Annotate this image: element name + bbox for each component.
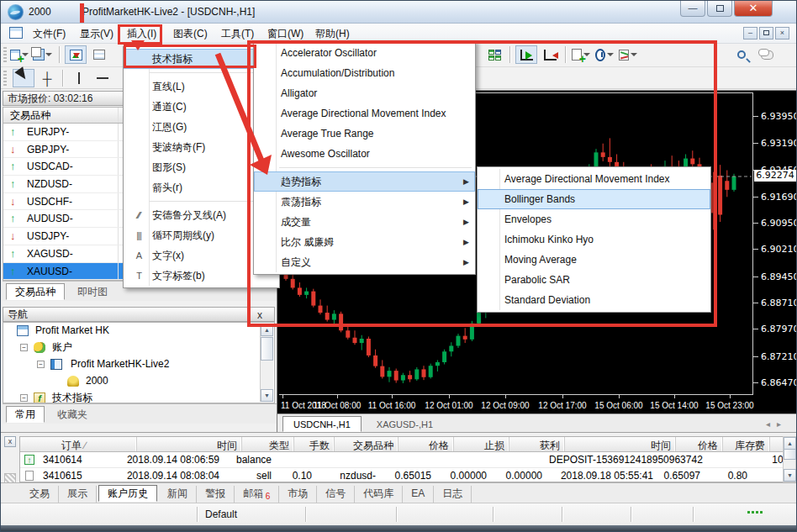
menu-item-趋势指标[interactable]: 趋势指标▶ (254, 171, 475, 192)
history-row[interactable]: ↑34106142018.09.14 08:06:59balanceDEPOSI… (20, 452, 787, 468)
chart-tab-USDCNH-,H1[interactable]: USDCNH-,H1 (282, 416, 362, 432)
data-window-button[interactable] (88, 45, 110, 64)
market-watch-tab-交易品种[interactable]: 交易品种 (6, 283, 65, 300)
dropdown-caret-icon[interactable] (607, 53, 614, 56)
menu-图表(C)[interactable]: 图表(C) (170, 26, 211, 41)
menu-item-震荡指标[interactable]: 震荡指标▶ (254, 192, 475, 212)
navigator-scrollbar[interactable]: ▲ ▼ (260, 324, 273, 402)
menu-工具(T)[interactable]: 工具(T) (218, 26, 257, 41)
indicators-button[interactable] (618, 45, 640, 64)
menu-item-Accelerator Oscillator[interactable]: Accelerator Oscillator (254, 43, 475, 63)
terminal-tab-日志[interactable]: 日志 (434, 486, 472, 503)
column-header-止损[interactable]: 止损 (454, 437, 509, 451)
menu-item-Parabolic SAR[interactable]: Parabolic SAR (478, 270, 710, 290)
menu-item-Average Directional Movement Index[interactable]: Average Directional Movement Index (478, 169, 710, 189)
tree-item-Profit MarketHK-Live2[interactable]: −Profit MarketHK-Live2 (3, 356, 274, 373)
chat-button[interactable] (754, 45, 776, 64)
mdi-close-button[interactable]: × (775, 27, 789, 40)
navigator-tab-常用[interactable]: 常用 (6, 406, 45, 423)
dropdown-caret-icon[interactable] (45, 53, 52, 56)
expander-icon[interactable]: − (20, 394, 28, 402)
menu-文件(F)[interactable]: 文件(F) (29, 26, 69, 41)
time-axis[interactable]: 11 Oct 201811 Oct 08:0011 Oct 16:0012 Oc… (279, 395, 796, 413)
menu-帮助(H)[interactable]: 帮助(H) (312, 26, 353, 41)
menu-item-Average Directional Movement Index[interactable]: Average Directional Movement Index (254, 103, 475, 124)
new-order-button[interactable] (571, 45, 593, 64)
zoom-button[interactable] (731, 45, 752, 64)
tree-item-Profit Market HK[interactable]: Profit Market HK (3, 323, 274, 340)
tree-item-账户[interactable]: −账户 (3, 340, 274, 356)
terminal-scrollbar[interactable]: ▲ ▼ (783, 436, 796, 482)
column-header-价格[interactable]: 价格 (676, 437, 723, 451)
terminal-tab-展示[interactable]: 展示 (59, 486, 97, 503)
terminal-tab-邮箱[interactable]: 邮箱 6 (235, 486, 279, 503)
navigator-close-icon[interactable]: x (257, 308, 262, 322)
menu-item-Envelopes[interactable]: Envelopes (478, 209, 710, 229)
menu-item-成交量[interactable]: 成交量▶ (254, 212, 475, 232)
column-header-价格[interactable]: 价格 (398, 437, 454, 451)
terminal-tab-新闻[interactable]: 新闻 (159, 486, 197, 503)
terminal-tab-EA[interactable]: EA (403, 486, 434, 503)
new-chart-button[interactable] (9, 45, 31, 64)
menu-item-Awesome Oscillator[interactable]: Awesome Oscillator (254, 144, 475, 164)
menu-插入(I)[interactable]: 插入(I) (124, 26, 160, 41)
chart-shift-button[interactable] (539, 45, 561, 64)
terminal-tab-代码库[interactable]: 代码库 (355, 486, 403, 503)
terminal-tab-信号[interactable]: 信号 (317, 486, 355, 503)
column-header-手数[interactable]: 手数 (294, 437, 335, 451)
dropdown-caret-icon[interactable] (631, 53, 637, 56)
scroll-up-icon[interactable]: ▲ (261, 324, 273, 336)
terminal-tab-市场[interactable]: 市场 (279, 486, 317, 503)
market-watch-button[interactable] (65, 45, 87, 64)
expander-icon[interactable]: − (37, 361, 45, 368)
price-axis[interactable]: 6.939506.931906.924506.916906.909506.902… (753, 92, 796, 395)
scroll-up-icon[interactable]: ▲ (784, 437, 796, 450)
vertical-line-button[interactable] (68, 69, 90, 87)
column-header-获利[interactable]: 获利 (509, 437, 565, 451)
terminal-close-icon[interactable]: x (4, 436, 16, 447)
minimize-button[interactable]: — (680, 1, 705, 17)
menu-item-Average True Range[interactable]: Average True Range (254, 124, 475, 144)
close-button[interactable]: ✕ (734, 1, 773, 17)
timeframes-button[interactable] (594, 45, 616, 64)
toolbar-grip[interactable] (3, 71, 7, 86)
history-row[interactable]: 34106152018.09.14 08:08:04sell0.10nzdusd… (20, 468, 787, 482)
scrollbar-thumb[interactable] (784, 449, 796, 460)
column-header-库存费[interactable]: 库存费 (723, 437, 770, 451)
tree-item-2000[interactable]: 2000 (3, 373, 274, 390)
menu-item-比尔 威廉姆[interactable]: 比尔 威廉姆▶ (254, 232, 475, 252)
terminal-tab-警报[interactable]: 警报 (197, 486, 235, 503)
column-header-时间[interactable]: 时间 (137, 437, 242, 451)
auto-scroll-button[interactable] (515, 45, 537, 64)
scroll-down-icon[interactable]: ▼ (784, 469, 796, 482)
navigator-tab-收藏夹[interactable]: 收藏夹 (48, 406, 97, 423)
menu-窗口(W)[interactable]: 窗口(W) (264, 26, 307, 41)
tile-windows-button[interactable] (483, 45, 505, 64)
column-header-交易品种[interactable]: 交易品种 (335, 437, 398, 451)
crosshair-button[interactable]: ┼ (36, 69, 58, 87)
column-header-订单[interactable]: 订单 ∕ (57, 437, 137, 451)
mdi-minimize-button[interactable]: – (743, 27, 757, 40)
toolbar-grip[interactable] (3, 47, 7, 62)
profiles-button[interactable] (33, 45, 55, 64)
scroll-down-icon[interactable]: ▼ (261, 389, 273, 402)
chart-tab-XAGUSD-,H1[interactable]: XAGUSD-,H1 (367, 417, 443, 433)
menu-item-Standard Deviation[interactable]: Standard Deviation (478, 290, 710, 310)
menu-item-Moving Average[interactable]: Moving Average (478, 250, 710, 270)
tab-scroll-arrows[interactable]: ◂▸ (766, 419, 788, 429)
column-header-类型[interactable]: 类型 (242, 437, 294, 451)
scrollbar-thumb[interactable] (261, 337, 273, 361)
tree-item-技术指标[interactable]: −f技术指标 (3, 390, 274, 403)
terminal-tab-账户历史[interactable]: 账户历史 (98, 485, 157, 502)
cursor-button[interactable] (13, 69, 34, 87)
menu-item-Ichimoku Kinko Hyo[interactable]: Ichimoku Kinko Hyo (478, 229, 710, 250)
maximize-button[interactable] (707, 1, 732, 17)
market-watch-tab-即时图[interactable]: 即时图 (68, 283, 117, 300)
mdi-restore-button[interactable] (759, 27, 773, 40)
column-header-时间[interactable]: 时间 (565, 437, 676, 451)
expander-icon[interactable]: − (20, 344, 28, 351)
menu-item-Bollinger Bands[interactable]: Bollinger Bands (478, 189, 710, 209)
menu-item-Accumulation/Distribution[interactable]: Accumulation/Distribution (254, 63, 475, 83)
profile-indicator[interactable]: Default (205, 508, 237, 520)
menu-item-Alligator[interactable]: Alligator (254, 83, 475, 103)
